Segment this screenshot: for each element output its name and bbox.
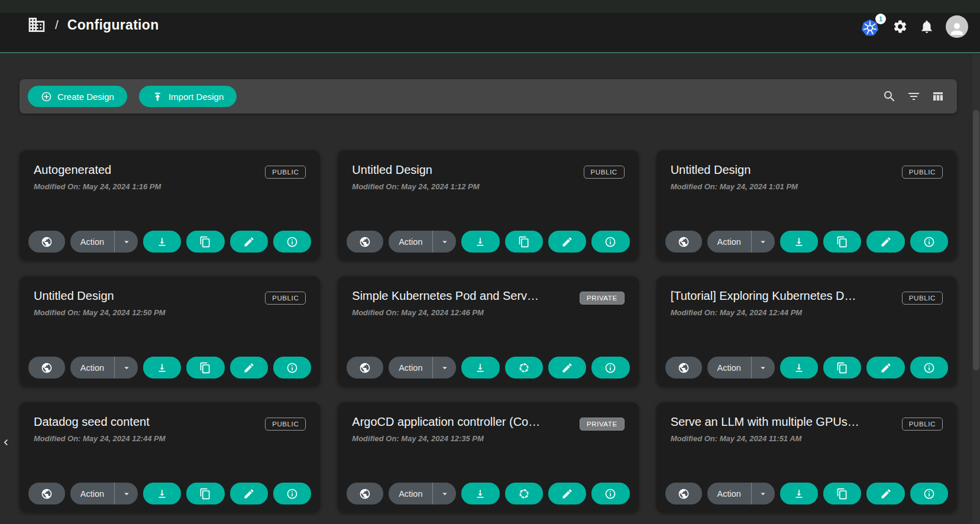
globe-icon (41, 488, 53, 500)
download-button[interactable] (780, 231, 818, 253)
search-icon[interactable] (882, 89, 897, 103)
action-button[interactable]: Action (70, 357, 114, 379)
action-dropdown-button[interactable] (751, 357, 775, 379)
chevron-down-icon (121, 489, 132, 499)
design-swirl-button[interactable] (505, 357, 543, 379)
visibility-globe-button[interactable] (665, 231, 702, 253)
context-count-badge: 1 (875, 14, 886, 24)
action-dropdown-button[interactable] (114, 483, 138, 504)
action-dropdown-button[interactable] (432, 357, 456, 379)
scrollbar-thumb[interactable] (973, 110, 979, 370)
download-button[interactable] (143, 231, 181, 253)
toolbar-view-controls (882, 89, 949, 103)
action-dropdown-button[interactable] (751, 231, 775, 253)
visibility-globe-button[interactable] (28, 357, 65, 379)
swirl-icon (518, 488, 530, 500)
filter-icon[interactable] (907, 89, 921, 103)
edit-button[interactable] (866, 231, 904, 253)
design-card: [Tutorial] Exploring Kubernetes D… Modif… (656, 276, 957, 386)
action-button[interactable]: Action (389, 483, 432, 504)
card-action-bar: Action (28, 357, 311, 379)
download-button[interactable] (461, 231, 499, 253)
edit-icon (561, 488, 573, 500)
action-dropdown-button[interactable] (114, 231, 138, 253)
info-button[interactable] (910, 357, 948, 379)
edit-button[interactable] (230, 483, 268, 504)
action-dropdown-button[interactable] (114, 357, 138, 379)
edit-button[interactable] (230, 357, 268, 379)
action-button[interactable]: Action (707, 231, 751, 253)
chevron-down-icon (439, 363, 450, 373)
info-button[interactable] (273, 483, 311, 504)
import-design-button[interactable]: Import Design (139, 86, 237, 107)
visibility-badge: PRIVATE (580, 418, 625, 431)
bell-icon[interactable] (919, 19, 934, 34)
clone-button[interactable] (823, 357, 861, 379)
clone-button[interactable] (186, 231, 224, 253)
download-button[interactable] (143, 483, 181, 504)
visibility-badge: PUBLIC (902, 418, 943, 431)
info-button[interactable] (910, 231, 948, 253)
download-icon (474, 236, 486, 248)
download-button[interactable] (143, 357, 181, 379)
action-button[interactable]: Action (389, 231, 432, 253)
design-modified-date: Modified On: May 24, 2024 12:50 PM (28, 308, 166, 317)
scrollbar-track[interactable] (972, 54, 980, 524)
info-icon (604, 362, 616, 374)
edit-button[interactable] (548, 483, 586, 504)
action-button[interactable]: Action (707, 357, 751, 379)
info-button[interactable] (591, 231, 629, 253)
avatar[interactable] (946, 15, 968, 38)
chevron-down-icon (439, 489, 450, 499)
visibility-globe-button[interactable] (347, 483, 383, 504)
collapse-panel-button[interactable] (0, 434, 12, 451)
action-dropdown-button[interactable] (432, 231, 456, 253)
table-columns-icon[interactable] (931, 89, 945, 103)
edit-icon (880, 236, 892, 248)
action-button[interactable]: Action (70, 483, 114, 504)
download-icon (474, 362, 486, 374)
design-swirl-button[interactable] (505, 483, 543, 504)
visibility-globe-button[interactable] (665, 357, 702, 379)
info-button[interactable] (273, 231, 311, 253)
edit-button[interactable] (230, 231, 268, 253)
clone-button[interactable] (823, 231, 861, 253)
card-action-bar: Action (665, 231, 948, 253)
download-button[interactable] (461, 483, 499, 504)
edit-button[interactable] (548, 231, 586, 253)
kubernetes-context-button[interactable]: 1 (860, 16, 881, 37)
breadcrumb-separator: / (55, 18, 59, 32)
action-button[interactable]: Action (707, 483, 751, 504)
clone-button[interactable] (505, 231, 543, 253)
visibility-globe-button[interactable] (347, 231, 383, 253)
gear-icon[interactable] (892, 19, 908, 34)
clone-button[interactable] (823, 483, 861, 504)
clone-button[interactable] (186, 357, 224, 379)
visibility-globe-button[interactable] (28, 483, 65, 504)
download-button[interactable] (461, 357, 499, 379)
edit-button[interactable] (866, 483, 904, 504)
edit-button[interactable] (548, 357, 586, 379)
info-button[interactable] (910, 483, 948, 504)
download-button[interactable] (780, 357, 818, 379)
action-button[interactable]: Action (389, 357, 432, 379)
visibility-globe-button[interactable] (665, 483, 702, 504)
globe-icon (41, 362, 53, 374)
card-header: Untitled Design Modified On: May 24, 202… (28, 289, 311, 317)
action-button[interactable]: Action (70, 231, 114, 253)
edit-button[interactable] (866, 357, 904, 379)
download-icon (156, 362, 168, 374)
download-button[interactable] (780, 483, 818, 504)
action-dropdown-button[interactable] (432, 483, 456, 504)
clone-button[interactable] (186, 483, 224, 504)
visibility-globe-button[interactable] (28, 231, 65, 253)
info-icon (604, 488, 616, 500)
action-split-button: Action (707, 483, 775, 504)
visibility-globe-button[interactable] (347, 357, 383, 379)
action-dropdown-button[interactable] (751, 483, 775, 504)
create-design-button[interactable]: Create Design (28, 86, 127, 107)
info-button[interactable] (273, 357, 311, 379)
info-button[interactable] (591, 357, 629, 379)
info-button[interactable] (591, 483, 629, 504)
download-icon (793, 362, 805, 374)
